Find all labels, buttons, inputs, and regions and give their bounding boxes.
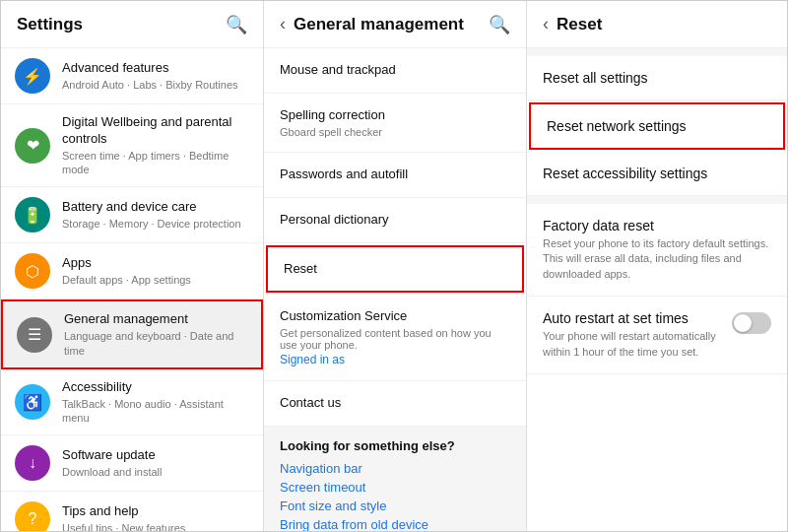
icon-battery-device: 🔋 — [15, 197, 50, 233]
general-item-title-personal-dictionary: Personal dictionary — [280, 212, 510, 229]
icon-apps: ⬡ — [15, 253, 50, 289]
auto-restart-toggle[interactable] — [732, 312, 771, 334]
reset-back-button[interactable]: ‹ — [543, 14, 549, 34]
looking-title: Looking for something else? — [280, 438, 510, 453]
icon-general-management: ☰ — [17, 317, 52, 353]
looking-link-1[interactable]: Screen timeout — [280, 480, 510, 495]
general-item-title-customization-service: Customization Service — [280, 308, 510, 325]
settings-item-title-apps: Apps — [62, 255, 249, 272]
reset-item-sub-factory-data-reset: Reset your phone to its factory default … — [543, 236, 771, 282]
general-item-customization-service[interactable]: Customization Service Get personalized c… — [264, 295, 526, 381]
settings-header: Settings 🔍 — [1, 1, 263, 48]
settings-item-title-general-management: General management — [64, 311, 247, 328]
reset-item-reset-accessibility-settings[interactable]: Reset accessibility settings — [527, 152, 787, 196]
settings-search-icon[interactable]: 🔍 — [226, 14, 247, 35]
reset-header-left: ‹ Reset — [543, 14, 602, 34]
general-item-sub-customization-service: Get personalized content based on how yo… — [280, 327, 510, 351]
reset-list: Reset all settings Reset network setting… — [527, 48, 787, 531]
icon-tips-help: ? — [15, 501, 50, 531]
icon-software-update: ↓ — [15, 445, 50, 481]
settings-item-title-tips-help: Tips and help — [62, 503, 249, 520]
general-item-mouse-trackpad[interactable]: Mouse and trackpad — [264, 48, 526, 94]
reset-item-title-factory-data-reset: Factory data reset — [543, 218, 771, 233]
general-header: ‹ General management 🔍 — [264, 1, 526, 48]
general-item-reset[interactable]: Reset — [266, 245, 524, 294]
reset-item-title-reset-network-settings: Reset network settings — [547, 118, 767, 134]
settings-list: ⚡ Advanced features Android Auto · Labs … — [1, 48, 263, 531]
auto-restart-row: Auto restart at set times Your phone wil… — [527, 297, 787, 374]
reset-panel: ‹ Reset Reset all settings Reset network… — [527, 1, 787, 531]
auto-restart-sub: Your phone will restart automatically wi… — [543, 329, 732, 360]
general-item-title-contact-us: Contact us — [280, 395, 510, 412]
auto-restart-title: Auto restart at set times — [543, 310, 732, 326]
settings-item-sub-apps: Default apps · App settings — [62, 273, 249, 287]
general-search-icon[interactable]: 🔍 — [489, 14, 510, 35]
general-item-title-reset: Reset — [284, 261, 506, 278]
settings-title: Settings — [17, 15, 83, 34]
settings-item-sub-battery-device: Storage · Memory · Device protection — [62, 217, 249, 231]
general-item-sub-spelling-correction: Gboard spell checker — [280, 126, 510, 138]
settings-item-title-software-update: Software update — [62, 447, 249, 464]
icon-advanced-features: ⚡ — [15, 58, 50, 94]
auto-restart-text: Auto restart at set times Your phone wil… — [543, 310, 732, 360]
settings-item-title-battery-device: Battery and device care — [62, 199, 249, 216]
settings-item-sub-digital-wellbeing: Screen time · App timers · Bedtime mode — [62, 149, 249, 177]
settings-item-sub-accessibility: TalkBack · Mono audio · Assistant menu — [62, 397, 249, 426]
reset-gap-top — [527, 48, 787, 56]
looking-link-2[interactable]: Font size and style — [280, 499, 510, 513]
reset-title: Reset — [557, 15, 602, 34]
reset-item-factory-data-reset[interactable]: Factory data reset Reset your phone to i… — [527, 204, 787, 297]
general-item-spelling-correction[interactable]: Spelling correction Gboard spell checker — [264, 94, 526, 153]
general-back-button[interactable]: ‹ — [280, 14, 286, 34]
looking-link-0[interactable]: Navigation bar — [280, 461, 510, 476]
general-title: General management — [294, 15, 464, 34]
reset-item-title-reset-accessibility-settings: Reset accessibility settings — [543, 166, 771, 181]
toggle-knob — [734, 314, 752, 332]
settings-item-sub-tips-help: Useful tips · New features — [62, 521, 249, 531]
reset-gap-mid — [527, 196, 787, 204]
general-item-contact-us[interactable]: Contact us — [264, 381, 526, 427]
reset-header: ‹ Reset — [527, 1, 787, 48]
general-item-title-spelling-correction: Spelling correction — [280, 107, 510, 124]
settings-item-title-accessibility: Accessibility — [62, 379, 249, 396]
general-management-panel: ‹ General management 🔍 Mouse and trackpa… — [264, 1, 527, 531]
settings-item-tips-help[interactable]: ? Tips and help Useful tips · New featur… — [1, 492, 263, 531]
settings-item-digital-wellbeing[interactable]: ❤ Digital Wellbeing and parental control… — [1, 104, 263, 187]
general-item-title-passwords-autofill: Passwords and autofill — [280, 166, 510, 183]
settings-item-apps[interactable]: ⬡ Apps Default apps · App settings — [1, 243, 263, 299]
general-header-left: ‹ General management — [280, 14, 464, 34]
general-list: Mouse and trackpad Spelling correction G… — [264, 48, 526, 531]
settings-item-general-management[interactable]: ☰ General management Language and keyboa… — [1, 299, 263, 368]
looking-section: Looking for something else? Navigation b… — [264, 427, 526, 531]
settings-item-software-update[interactable]: ↓ Software update Download and install — [1, 435, 263, 492]
looking-link-3[interactable]: Bring data from old device — [280, 517, 510, 531]
settings-item-advanced-features[interactable]: ⚡ Advanced features Android Auto · Labs … — [1, 48, 263, 104]
settings-item-title-advanced-features: Advanced features — [62, 60, 249, 77]
settings-item-sub-advanced-features: Android Auto · Labs · Bixby Routines — [62, 78, 249, 92]
settings-item-sub-general-management: Language and keyboard · Date and time — [64, 329, 247, 358]
settings-item-sub-software-update: Download and install — [62, 465, 249, 479]
reset-item-reset-all-settings[interactable]: Reset all settings — [527, 56, 787, 100]
settings-item-title-digital-wellbeing: Digital Wellbeing and parental controls — [62, 114, 249, 148]
settings-item-battery-device[interactable]: 🔋 Battery and device care Storage · Memo… — [1, 187, 263, 243]
general-item-personal-dictionary[interactable]: Personal dictionary — [264, 198, 526, 243]
reset-item-reset-network-settings[interactable]: Reset network settings — [529, 102, 785, 150]
icon-accessibility: ♿ — [15, 384, 50, 420]
general-item-passwords-autofill[interactable]: Passwords and autofill — [264, 153, 526, 198]
settings-panel: Settings 🔍 ⚡ Advanced features Android A… — [1, 1, 264, 531]
settings-item-accessibility[interactable]: ♿ Accessibility TalkBack · Mono audio · … — [1, 369, 263, 435]
reset-item-title-reset-all-settings: Reset all settings — [543, 70, 771, 86]
general-item-title-mouse-trackpad: Mouse and trackpad — [280, 62, 510, 79]
icon-digital-wellbeing: ❤ — [15, 128, 50, 164]
general-signed-in-customization-service: Signed in as — [280, 353, 510, 366]
